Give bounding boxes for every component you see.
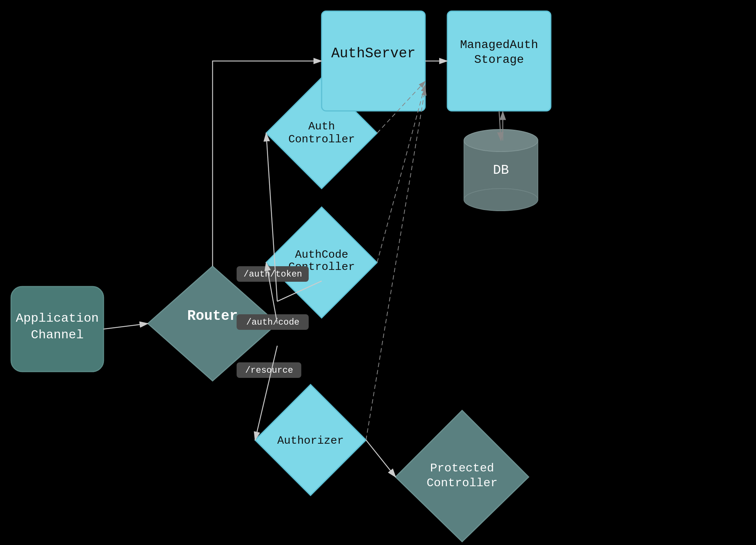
authorizer-to-protected-arrow bbox=[366, 440, 396, 477]
svg-text:Controller: Controller bbox=[288, 133, 355, 146]
managed-auth-storage-label: ManagedAuth bbox=[460, 38, 538, 52]
managed-auth-storage-node: ManagedAuth Storage bbox=[447, 11, 551, 111]
authcode-controller-node: AuthCode Controller bbox=[266, 207, 377, 318]
svg-point-18 bbox=[464, 189, 538, 211]
protected-controller-node: Protected Controller bbox=[396, 410, 529, 542]
svg-text:Controller: Controller bbox=[427, 476, 498, 490]
auth-server-node: AuthServer bbox=[322, 11, 425, 111]
auth-server-label: AuthServer bbox=[331, 45, 416, 61]
router-label: Router bbox=[187, 308, 238, 324]
auth-token-label: /auth/token bbox=[244, 269, 302, 279]
svg-text:Channel: Channel bbox=[31, 328, 84, 342]
db-label: DB bbox=[493, 163, 509, 178]
authorizer-node: Authorizer bbox=[255, 385, 366, 495]
application-channel-node: Application Channel bbox=[11, 287, 104, 372]
authorizer-label: Authorizer bbox=[277, 434, 344, 447]
resource-label: /resource bbox=[245, 365, 293, 375]
authcode-controller-label: AuthCode bbox=[295, 248, 348, 261]
svg-text:Storage: Storage bbox=[474, 53, 524, 67]
auth-code-label: /auth/code bbox=[246, 317, 299, 327]
db-node: DB bbox=[464, 129, 538, 211]
app-to-router-line bbox=[104, 324, 148, 329]
auth-controller-label: Auth bbox=[308, 120, 335, 133]
protected-controller-label: Protected bbox=[430, 461, 494, 475]
authcodecontroller-to-authserver-dashed bbox=[377, 85, 425, 263]
application-channel-label: Application bbox=[16, 311, 99, 325]
